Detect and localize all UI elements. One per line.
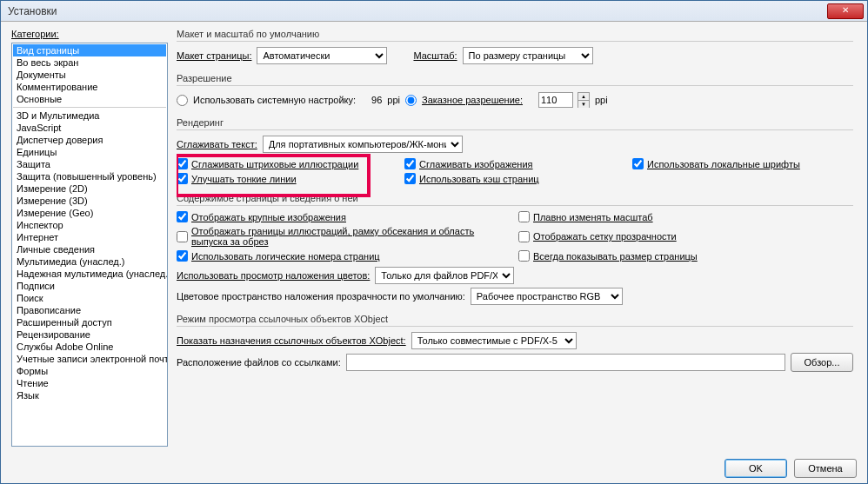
- window-title: Установки: [4, 5, 57, 17]
- category-item[interactable]: Поиск: [13, 292, 166, 304]
- section-title-resolution: Разрешение: [177, 73, 853, 86]
- ok-button[interactable]: OK: [724, 459, 787, 478]
- page-layout-select[interactable]: Автоматически: [257, 47, 387, 64]
- category-item[interactable]: Во весь экран: [13, 56, 166, 69]
- smooth-lineart-checkbox[interactable]: [177, 158, 188, 169]
- system-resolution-radio[interactable]: [177, 95, 188, 106]
- category-item[interactable]: Подписи: [13, 280, 166, 292]
- show-artbox-label: Отображать границы иллюстраций, рамку об…: [191, 226, 511, 247]
- custom-resolution-label: Заказное разрешение:: [422, 95, 523, 105]
- custom-resolution-radio[interactable]: [405, 95, 417, 106]
- category-item[interactable]: Инспектор: [13, 219, 166, 231]
- system-resolution-label: Использовать системную настройку:: [193, 95, 356, 105]
- custom-resolution-input[interactable]: [538, 92, 573, 108]
- spinner-down-icon[interactable]: ▼: [578, 101, 589, 108]
- category-item[interactable]: Диспетчер доверия: [13, 134, 166, 146]
- category-item[interactable]: Документы: [13, 69, 166, 81]
- local-fonts-checkbox[interactable]: [632, 158, 644, 169]
- category-item[interactable]: Мультимедиа (унаслед.): [13, 255, 166, 268]
- close-button[interactable]: ✕: [827, 3, 864, 19]
- transparency-grid-label: Отображать сетку прозрачности: [533, 231, 677, 242]
- categories-list[interactable]: Вид страницыВо весь экранДокументыКоммен…: [11, 43, 168, 447]
- smooth-images-label: Сглаживать изображения: [419, 159, 533, 169]
- preferences-window: Установки ✕ Категории: Вид страницыВо ве…: [0, 0, 868, 484]
- category-item[interactable]: Формы: [13, 365, 166, 377]
- footer: OK Отмена: [1, 454, 867, 483]
- section-layout: Макет и масштаб по умолчанию Макет стран…: [177, 29, 853, 64]
- category-item[interactable]: Интернет: [13, 231, 166, 243]
- category-item[interactable]: Измерение (3D): [13, 195, 166, 207]
- category-item[interactable]: Учетные записи электронной почты: [13, 353, 166, 365]
- system-resolution-value: 96: [371, 95, 382, 105]
- smooth-text-select[interactable]: Для портативных компьютеров/ЖК-мониторов: [263, 136, 463, 153]
- page-size-label: Всегда показывать размер страницы: [533, 251, 698, 262]
- category-item[interactable]: Измерение (2D): [13, 182, 166, 195]
- page-size-checkbox[interactable]: [518, 250, 530, 262]
- zoom-select[interactable]: По размеру страницы: [463, 47, 593, 64]
- resolution-spinner[interactable]: ▲▼: [578, 92, 590, 108]
- category-item[interactable]: Надежная мультимедиа (унаслед.): [13, 268, 166, 280]
- browse-button[interactable]: Обзор...: [791, 353, 853, 372]
- local-fonts-label: Использовать локальные шрифты: [647, 159, 800, 169]
- category-item[interactable]: Защита: [13, 158, 166, 170]
- settings-panel: Макет и масштаб по умолчанию Макет стран…: [177, 29, 857, 447]
- section-title-xobject: Режим просмотра ссылочных объектов XObje…: [177, 314, 853, 327]
- overprint-preview-label: Использовать просмотр наложения цветов:: [177, 270, 370, 281]
- page-cache-checkbox[interactable]: [404, 173, 416, 184]
- transparency-grid-checkbox[interactable]: [518, 231, 530, 242]
- section-title-page-content: Содержимое страницы и сведения о ней: [177, 193, 853, 206]
- smooth-text-label: Сглаживать текст:: [177, 139, 257, 149]
- category-item[interactable]: Единицы: [13, 146, 166, 158]
- sidebar: Категории: Вид страницыВо весь экранДоку…: [11, 29, 168, 447]
- large-images-checkbox[interactable]: [177, 211, 188, 222]
- category-item[interactable]: Защита (повышенный уровень): [13, 170, 166, 182]
- ppi-label-2: ppi: [595, 95, 608, 105]
- thin-lines-label: Улучшать тонкие линии: [191, 174, 297, 184]
- xobject-location-label: Расположение файлов со ссылками:: [177, 357, 341, 368]
- category-item[interactable]: Чтение: [13, 377, 166, 389]
- category-item[interactable]: Расширенный доступ: [13, 316, 166, 328]
- thin-lines-checkbox[interactable]: [177, 173, 188, 184]
- category-item[interactable]: JavaScript: [13, 122, 166, 134]
- spinner-up-icon[interactable]: ▲: [578, 93, 589, 101]
- section-rendering: Рендеринг Сглаживать текст: Для портатив…: [177, 117, 853, 184]
- logical-pages-label: Использовать логические номера страниц: [191, 251, 380, 262]
- category-separator: [13, 107, 166, 108]
- xobject-location-input[interactable]: [346, 354, 785, 371]
- category-item[interactable]: 3D и Мультимедиа: [13, 109, 166, 122]
- page-cache-label: Использовать кэш страниц: [419, 174, 539, 184]
- large-images-label: Отображать крупные изображения: [191, 212, 346, 222]
- category-item[interactable]: Службы Adobe Online: [13, 341, 166, 353]
- category-item[interactable]: Рецензирование: [13, 328, 166, 341]
- section-page-content: Содержимое страницы и сведения о ней Ото…: [177, 193, 853, 305]
- transparency-colorspace-label: Цветовое пространство наложения прозрачн…: [177, 291, 465, 302]
- category-item[interactable]: Язык: [13, 389, 166, 401]
- transparency-colorspace-select[interactable]: Рабочее пространство RGB: [471, 288, 623, 305]
- section-xobject: Режим просмотра ссылочных объектов XObje…: [177, 314, 853, 372]
- category-item[interactable]: Комментирование: [13, 81, 166, 93]
- category-item[interactable]: Вид страницы: [13, 44, 166, 56]
- section-resolution: Разрешение Использовать системную настро…: [177, 73, 853, 109]
- smooth-images-checkbox[interactable]: [404, 158, 416, 169]
- category-item[interactable]: Измерение (Geo): [13, 207, 166, 219]
- overprint-preview-select[interactable]: Только для файлов PDF/X: [375, 267, 514, 284]
- smooth-zoom-label: Плавно изменять масштаб: [533, 212, 653, 222]
- smooth-zoom-checkbox[interactable]: [518, 211, 530, 222]
- category-item[interactable]: Правописание: [13, 304, 166, 316]
- category-item[interactable]: Личные сведения: [13, 243, 166, 255]
- categories-label: Категории:: [11, 29, 168, 39]
- titlebar: Установки ✕: [1, 1, 867, 22]
- show-artbox-checkbox[interactable]: [177, 231, 188, 242]
- section-title-layout: Макет и масштаб по умолчанию: [177, 29, 853, 42]
- cancel-button[interactable]: Отмена: [794, 459, 857, 478]
- xobject-show-select[interactable]: Только совместимые с PDF/X-5: [411, 332, 577, 349]
- content-area: Категории: Вид страницыВо весь экранДоку…: [1, 22, 867, 454]
- logical-pages-checkbox[interactable]: [177, 250, 188, 262]
- section-title-rendering: Рендеринг: [177, 117, 853, 130]
- xobject-show-label: Показать назначения ссылочных объектов X…: [177, 335, 406, 346]
- smooth-lineart-label: Сглаживать штриховые иллюстрации: [191, 159, 358, 169]
- zoom-label: Масштаб:: [413, 50, 457, 61]
- ppi-label-1: ppi: [387, 95, 400, 105]
- category-item[interactable]: Основные: [13, 93, 166, 105]
- page-layout-label: Макет страницы:: [177, 50, 251, 61]
